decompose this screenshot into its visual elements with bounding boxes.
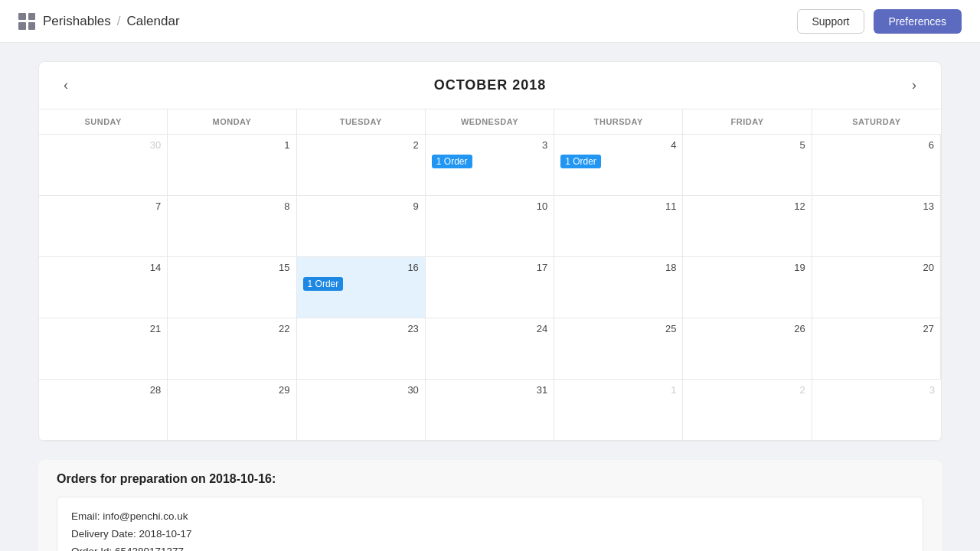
cell-date: 2 (303, 139, 419, 151)
cell-date: 29 (174, 384, 289, 396)
cal-cell-4-5: 25 (554, 318, 683, 380)
order-badge[interactable]: 1 Order (303, 277, 344, 291)
calendar-month-title: OCTOBER 2018 (434, 77, 547, 93)
cal-cell-3-3[interactable]: 161 Order (297, 257, 426, 318)
calendar-header: ‹ OCTOBER 2018 › (39, 62, 941, 109)
next-month-button[interactable]: › (906, 74, 923, 96)
day-header-thursday: THURSDAY (554, 109, 683, 134)
day-header-friday: FRIDAY (683, 109, 812, 134)
orders-section: Orders for preparation on 2018-10-16: Em… (38, 460, 942, 551)
cell-date: 6 (818, 139, 934, 151)
cal-cell-5-1: 28 (39, 380, 168, 441)
cal-cell-5-5: 1 (554, 380, 683, 441)
order-id: Order Id: 654380171377 (71, 543, 909, 551)
cal-cell-5-6: 2 (683, 380, 812, 441)
cell-date: 2 (689, 384, 805, 396)
cal-cell-2-6: 12 (683, 196, 812, 257)
cell-date: 11 (560, 201, 676, 212)
cal-cell-1-4[interactable]: 31 Order (426, 135, 554, 196)
order-badge[interactable]: 1 Order (560, 155, 601, 168)
cell-date: 27 (818, 323, 934, 334)
cal-cell-4-4: 24 (426, 318, 554, 380)
cell-date: 19 (689, 262, 805, 273)
cell-date: 9 (303, 201, 419, 212)
cal-cell-3-2: 15 (168, 257, 296, 318)
header: Perishables / Calendar Support Preferenc… (0, 0, 980, 43)
header-left: Perishables / Calendar (18, 13, 180, 30)
cal-cell-2-7: 13 (812, 196, 941, 257)
cell-date: 14 (45, 262, 161, 273)
day-header-tuesday: TUESDAY (297, 109, 426, 134)
cell-date: 30 (45, 139, 161, 151)
cell-date: 18 (560, 262, 676, 273)
cell-date: 13 (818, 201, 934, 212)
cell-date: 10 (432, 201, 547, 212)
day-header-sunday: SUNDAY (39, 109, 168, 134)
cal-cell-4-6: 26 (683, 318, 812, 380)
order-email-value: info@penchi.co.uk (103, 510, 188, 522)
order-delivery-label: Delivery Date: (71, 528, 139, 540)
breadcrumb-page: Calendar (127, 14, 180, 29)
order-email: Email: info@penchi.co.uk (71, 508, 909, 526)
cal-cell-2-5: 11 (554, 196, 683, 257)
cal-cell-1-6: 5 (683, 135, 812, 196)
cell-date: 3 (432, 139, 547, 151)
cell-date: 16 (303, 262, 419, 273)
calendar: ‹ OCTOBER 2018 › SUNDAYMONDAYTUESDAYWEDN… (38, 61, 942, 442)
cal-cell-1-1: 30 (39, 135, 168, 196)
cell-date: 25 (560, 323, 676, 334)
order-delivery: Delivery Date: 2018-10-17 (71, 526, 909, 543)
cal-cell-2-4: 10 (426, 196, 554, 257)
cell-date: 21 (45, 323, 161, 334)
cell-date: 30 (303, 384, 419, 396)
breadcrumb-app: Perishables (43, 14, 111, 29)
cal-cell-3-6: 19 (683, 257, 812, 318)
order-delivery-value: 2018-10-17 (139, 528, 192, 540)
cell-date: 1 (560, 384, 676, 396)
cal-cell-2-1: 7 (39, 196, 168, 257)
header-right: Support Preferences (797, 9, 962, 34)
day-header-monday: MONDAY (168, 109, 296, 134)
cal-cell-4-2: 22 (168, 318, 296, 380)
prev-month-button[interactable]: ‹ (57, 74, 74, 96)
order-id-label: Order Id: (71, 546, 115, 551)
order-badge[interactable]: 1 Order (432, 155, 472, 168)
cal-cell-4-3: 23 (297, 318, 426, 380)
cell-date: 28 (45, 384, 161, 396)
cal-cell-5-2: 29 (168, 380, 296, 441)
support-button[interactable]: Support (797, 9, 864, 34)
cell-date: 3 (818, 384, 935, 396)
cell-date: 12 (689, 201, 805, 212)
breadcrumb-separator: / (117, 14, 121, 29)
cal-cell-3-4: 17 (426, 257, 554, 318)
cell-date: 26 (689, 323, 805, 334)
cal-cell-5-3: 30 (297, 380, 426, 441)
cal-cell-3-7: 20 (812, 257, 941, 318)
cal-cell-5-4: 31 (426, 380, 554, 441)
cell-date: 1 (174, 139, 289, 151)
cal-cell-1-3: 2 (297, 135, 426, 196)
order-id-value: 654380171377 (115, 546, 184, 551)
order-card: Email: info@penchi.co.uk Delivery Date: … (57, 497, 923, 551)
cell-date: 24 (432, 323, 547, 334)
cell-date: 4 (560, 139, 676, 151)
cal-cell-3-5: 18 (554, 257, 683, 318)
cell-date: 23 (303, 323, 419, 334)
day-header-saturday: SATURDAY (812, 109, 941, 134)
cal-cell-2-3: 9 (297, 196, 426, 257)
cal-cell-3-1: 14 (39, 257, 168, 318)
breadcrumb: Perishables / Calendar (43, 14, 180, 29)
orders-title: Orders for preparation on 2018-10-16: (57, 472, 923, 486)
preferences-button[interactable]: Preferences (874, 9, 962, 34)
cell-date: 17 (432, 262, 547, 273)
cal-cell-1-5[interactable]: 41 Order (554, 135, 683, 196)
cal-cell-4-7: 27 (812, 318, 941, 380)
cal-cell-4-1: 21 (39, 318, 168, 380)
cal-cell-5-7: 3 (812, 380, 941, 441)
cell-date: 8 (174, 201, 289, 212)
cal-cell-1-7: 6 (812, 135, 941, 196)
order-email-label: Email: (71, 510, 103, 522)
cell-date: 15 (174, 262, 289, 273)
calendar-days-header: SUNDAYMONDAYTUESDAYWEDNESDAYTHURSDAYFRID… (39, 109, 941, 135)
cell-date: 22 (174, 323, 289, 334)
